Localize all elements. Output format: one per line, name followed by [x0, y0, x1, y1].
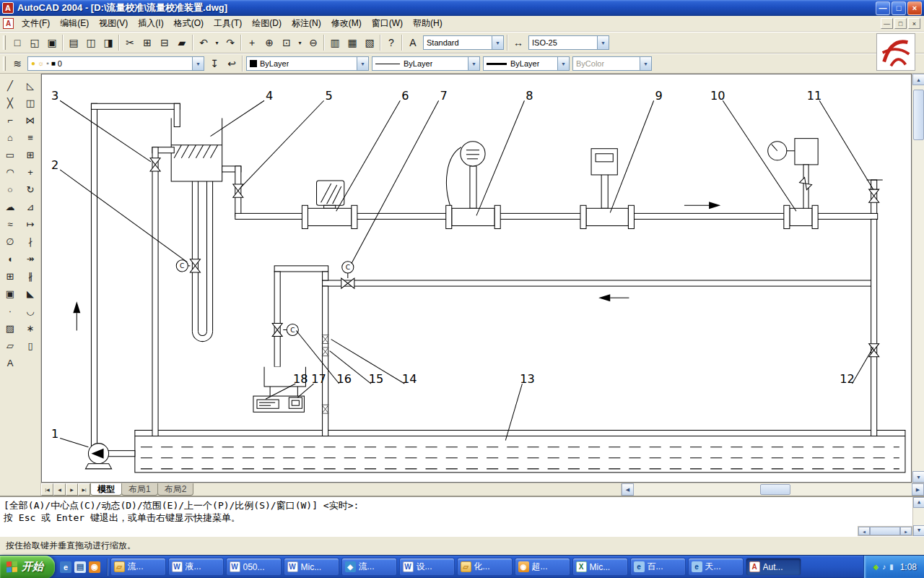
horizontal-scroll-thumb[interactable]	[870, 527, 900, 535]
revision-cloud-tool[interactable]: ☁	[1, 198, 19, 215]
media-player-icon[interactable]: ◉	[89, 561, 100, 573]
internet-explorer-icon[interactable]: e	[60, 561, 71, 573]
network-icon[interactable]: ▮	[889, 564, 894, 571]
scale-tool[interactable]: ⊿	[22, 198, 40, 215]
text-style-combo[interactable]: Standard ▼	[423, 35, 504, 50]
menu-item-帮助(H)[interactable]: 帮助(H)	[408, 15, 448, 32]
command-horizontal-scrollbar[interactable]: ◀ ▶	[858, 526, 912, 536]
extend-tool[interactable]: ↠	[22, 250, 40, 267]
first-tab-button[interactable]: |◀	[41, 483, 53, 496]
copy-object-tool[interactable]: ◫	[22, 94, 40, 111]
linetype-combo[interactable]: ByLayer ▼	[372, 56, 480, 71]
scroll-down-icon[interactable]: ▼	[913, 525, 924, 536]
properties-button[interactable]: ▥	[326, 34, 344, 51]
paste-button[interactable]: ⊟	[156, 34, 173, 51]
menu-item-编辑(E)[interactable]: 编辑(E)	[55, 15, 94, 32]
tab-模型[interactable]: 模型	[90, 483, 122, 496]
match-properties-button[interactable]: ▰	[173, 34, 191, 51]
taskbar-button-液...[interactable]: W液...	[168, 558, 224, 576]
break-tool[interactable]: ∦	[22, 267, 40, 285]
next-tab-button[interactable]: ▶	[66, 483, 78, 496]
taskbar-button-百...[interactable]: e百...	[630, 558, 686, 576]
menu-item-工具(T)[interactable]: 工具(T)	[209, 15, 247, 32]
tab-布局1[interactable]: 布局1	[121, 483, 158, 496]
text-style-icon[interactable]: A	[404, 34, 422, 51]
line-tool[interactable]: ╱	[1, 77, 19, 94]
scroll-down-icon[interactable]: ▼	[912, 471, 924, 483]
taskbar-button-050...[interactable]: W050...	[226, 558, 282, 576]
explode-tool[interactable]: ∗	[22, 319, 40, 337]
circle-tool[interactable]: ○	[1, 181, 19, 198]
taskbar-button-设...[interactable]: W设...	[399, 558, 455, 576]
taskbar-button-流...[interactable]: ◆流...	[341, 558, 397, 576]
maximize-button[interactable]: □	[892, 1, 906, 15]
open-button[interactable]: ◱	[26, 34, 43, 51]
previous-tab-button[interactable]: ◀	[53, 483, 66, 496]
taskbar-button-Mic...[interactable]: XMic...	[572, 558, 628, 576]
ellipse-arc-tool[interactable]: ◖	[1, 250, 19, 267]
dim-style-combo[interactable]: ISO-25 ▼	[528, 35, 609, 50]
scroll-right-icon[interactable]: ▶	[912, 483, 924, 496]
dropdown-arrow-icon[interactable]: ▼	[557, 57, 569, 70]
rotate-tool[interactable]: ↻	[22, 181, 40, 198]
zoom-previous-button[interactable]: ⊖	[305, 34, 322, 51]
canvas-vertical-scrollbar[interactable]: ▲ ▼	[912, 74, 924, 483]
color-combo[interactable]: ByLayer ▼	[246, 56, 369, 71]
mdi-close-button[interactable]: ×	[908, 18, 920, 29]
taskbar-button-天...[interactable]: e天...	[688, 558, 744, 576]
insert-block-tool[interactable]: ⊞	[1, 267, 19, 285]
undo-button[interactable]: ↶	[195, 34, 212, 51]
properties-tool-tool[interactable]: ▯	[22, 337, 40, 354]
menu-item-文件(F)[interactable]: 文件(F)	[17, 15, 55, 32]
last-tab-button[interactable]: ▶|	[78, 483, 90, 496]
redo-button[interactable]: ↷	[222, 34, 239, 51]
tool-palettes-button[interactable]: ▧	[361, 34, 378, 51]
minimize-button[interactable]: —	[876, 1, 890, 15]
publish-button[interactable]: ◨	[100, 34, 117, 51]
menu-item-视图(V)[interactable]: 视图(V)	[94, 15, 133, 32]
copy-clip-button[interactable]: ⊞	[139, 34, 156, 51]
multiline-text-tool[interactable]: A	[1, 354, 19, 371]
taskbar-button-超...[interactable]: ◉超...	[515, 558, 570, 576]
vertical-scroll-thumb[interactable]	[913, 90, 924, 140]
menu-item-绘图(D)[interactable]: 绘图(D)	[247, 15, 287, 32]
offset-tool[interactable]: ≡	[22, 129, 40, 146]
scroll-up-icon[interactable]: ▲	[913, 497, 924, 508]
zoom-realtime-button[interactable]: ⊕	[261, 34, 278, 51]
array-tool[interactable]: ⊞	[22, 146, 40, 163]
mdi-maximize-button[interactable]: □	[894, 18, 907, 29]
drawing-canvas[interactable]: 123456789101112131415161718CCC	[41, 74, 912, 483]
scroll-up-icon[interactable]: ▲	[912, 74, 924, 85]
ellipse-tool[interactable]: ∅	[1, 233, 19, 250]
volume-icon[interactable]: ♪	[882, 564, 886, 571]
plot-button[interactable]: ▤	[65, 34, 82, 51]
plot-preview-button[interactable]: ◫	[82, 34, 100, 51]
canvas-horizontal-scrollbar[interactable]: ◀ ▶	[621, 483, 924, 496]
help-button[interactable]: ?	[383, 34, 400, 51]
arc-tool[interactable]: ◠	[1, 163, 19, 181]
dim-style-icon[interactable]: ↔	[510, 34, 527, 51]
zoom-window-button[interactable]: ⊡	[278, 34, 295, 51]
show-desktop-icon[interactable]: ▤	[74, 561, 86, 573]
point-tool[interactable]: ∙	[1, 302, 19, 319]
hatch-tool[interactable]: ▨	[1, 319, 19, 337]
dropdown-arrow-icon[interactable]: ▼	[357, 57, 368, 70]
taskbar-button-化...[interactable]: ▱化...	[457, 558, 513, 576]
construction-line-tool[interactable]: ╳	[1, 94, 19, 111]
trim-tool[interactable]: ∤	[22, 233, 40, 250]
layer-previous-button[interactable]: ↩	[223, 55, 240, 72]
scroll-right-icon[interactable]: ▶	[900, 527, 912, 535]
dropdown-arrow-icon[interactable]: ▼	[192, 57, 204, 70]
new-button[interactable]: □	[9, 34, 26, 51]
taskbar-button-Aut...[interactable]: AAut...	[746, 558, 801, 576]
scroll-left-icon[interactable]: ◀	[858, 527, 870, 535]
make-object-layer-current-button[interactable]: ↧	[206, 55, 223, 72]
scroll-left-icon[interactable]: ◀	[622, 483, 634, 496]
menu-item-标注(N)[interactable]: 标注(N)	[287, 15, 326, 32]
lineweight-combo[interactable]: ByLayer ▼	[483, 56, 570, 71]
tab-布局2[interactable]: 布局2	[157, 483, 194, 496]
layer-manager-button[interactable]: ≋	[9, 55, 26, 72]
menu-item-插入(I)[interactable]: 插入(I)	[133, 15, 168, 32]
start-button[interactable]: 开始	[0, 556, 55, 578]
dropdown-arrow-icon[interactable]: ▼	[597, 36, 609, 49]
